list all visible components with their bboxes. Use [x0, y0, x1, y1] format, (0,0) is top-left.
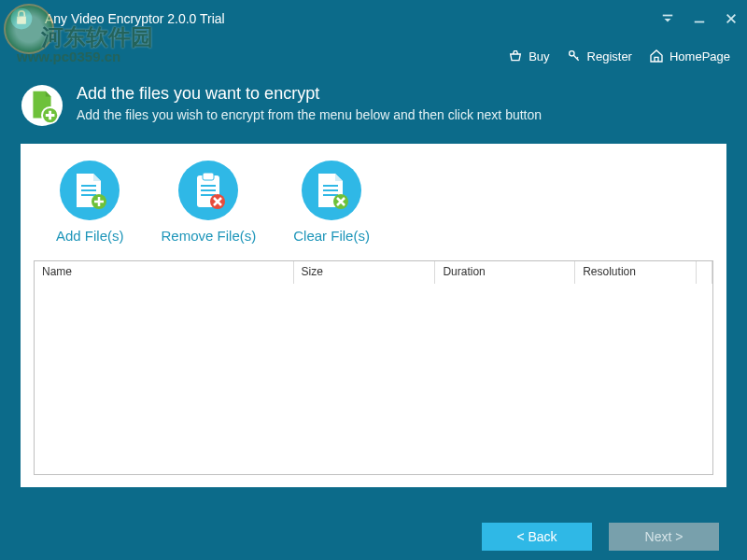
- document-clear-icon: [315, 172, 348, 209]
- close-button[interactable]: [723, 10, 740, 27]
- menubar: Buy Register HomePage: [0, 37, 747, 75]
- page-header: Add the files you want to encrypt Add th…: [0, 75, 747, 144]
- titlebar: Any Video Encryptor 2.0.0 Trial: [0, 0, 747, 37]
- svg-rect-17: [323, 185, 338, 187]
- clear-files-label: Clear File(s): [293, 228, 370, 244]
- svg-rect-2: [663, 15, 673, 17]
- header-text: Add the files you want to encrypt Add th…: [77, 84, 542, 122]
- key-icon: [567, 49, 582, 63]
- basket-icon: [508, 49, 523, 63]
- app-window: Any Video Encryptor 2.0.0 Trial Buy Regi…: [0, 0, 747, 560]
- page-subtitle: Add the files you wish to encrypt from t…: [77, 107, 542, 122]
- minimize-button[interactable]: [691, 10, 708, 27]
- window-controls: [659, 0, 740, 37]
- app-logo-icon: [9, 7, 34, 31]
- table-header: Name Size Duration Resolution: [35, 261, 712, 284]
- footer: < Back Next >: [0, 513, 747, 560]
- file-table: Name Size Duration Resolution: [34, 260, 713, 475]
- clear-files-button[interactable]: Clear File(s): [293, 161, 370, 244]
- clipboard-remove-icon: [191, 172, 225, 209]
- svg-rect-9: [81, 194, 96, 196]
- main-panel: Add File(s) Remove File(s): [21, 144, 726, 487]
- add-files-label: Add File(s): [56, 228, 124, 244]
- column-size[interactable]: Size: [294, 261, 436, 284]
- remove-files-circle: [178, 161, 238, 220]
- dropdown-icon[interactable]: [659, 10, 676, 27]
- add-files-circle: [60, 161, 120, 220]
- svg-point-4: [569, 51, 573, 56]
- remove-files-button[interactable]: Remove File(s): [162, 161, 257, 244]
- clear-files-circle: [302, 161, 361, 220]
- svg-rect-3: [695, 21, 705, 23]
- svg-rect-1: [17, 17, 26, 24]
- table-body[interactable]: [35, 284, 712, 474]
- back-button[interactable]: < Back: [482, 523, 592, 551]
- svg-rect-8: [81, 189, 96, 191]
- column-spacer: [697, 261, 712, 284]
- column-duration[interactable]: Duration: [435, 261, 575, 284]
- window-title: Any Video Encryptor 2.0.0 Trial: [45, 11, 225, 26]
- homepage-link[interactable]: HomePage: [649, 49, 730, 63]
- svg-rect-18: [323, 189, 338, 191]
- actions-row: Add File(s) Remove File(s): [34, 157, 713, 255]
- svg-rect-14: [201, 189, 216, 191]
- register-label: Register: [587, 49, 632, 63]
- svg-rect-7: [81, 185, 96, 187]
- buy-link[interactable]: Buy: [508, 49, 549, 63]
- remove-files-label: Remove File(s): [162, 228, 257, 244]
- document-plus-icon: [73, 172, 106, 209]
- buy-label: Buy: [529, 49, 549, 63]
- svg-rect-13: [201, 185, 216, 187]
- page-title: Add the files you want to encrypt: [77, 84, 542, 104]
- column-resolution[interactable]: Resolution: [575, 261, 697, 284]
- svg-rect-19: [323, 194, 338, 196]
- svg-rect-12: [203, 173, 214, 180]
- next-button[interactable]: Next >: [609, 523, 719, 551]
- homepage-label: HomePage: [669, 49, 730, 63]
- add-files-button[interactable]: Add File(s): [56, 161, 124, 244]
- register-link[interactable]: Register: [567, 49, 632, 63]
- column-name[interactable]: Name: [35, 261, 294, 284]
- add-file-header-icon: [21, 84, 63, 127]
- home-icon: [649, 49, 664, 63]
